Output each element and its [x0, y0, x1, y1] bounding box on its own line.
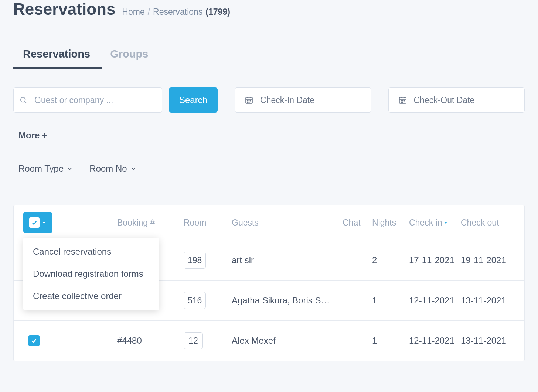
tab-groups[interactable]: Groups — [110, 48, 148, 69]
svg-point-8 — [250, 100, 251, 101]
svg-point-7 — [249, 100, 249, 101]
search-wrapper — [13, 87, 162, 113]
bulk-cancel-reservations[interactable]: Cancel reservations — [23, 241, 159, 263]
cell-check-in: 12-11-2021 — [409, 336, 461, 346]
cell-check-out: 19-11-2021 — [461, 255, 513, 265]
col-header-room[interactable]: Room — [184, 218, 232, 228]
room-type-label: Room Type — [18, 164, 64, 174]
svg-point-10 — [249, 102, 249, 103]
caret-down-icon — [42, 220, 46, 225]
page-title: Reservations — [13, 0, 115, 18]
cell-guests: Alex Mexef — [232, 336, 343, 346]
select-all-button[interactable] — [23, 212, 52, 233]
dropdown-row: Room Type Room No — [13, 164, 525, 174]
page-header: Reservations Home / Reservations (1799) — [13, 0, 525, 18]
svg-point-6 — [247, 100, 248, 101]
check-icon — [31, 337, 37, 344]
breadcrumb-count: (1799) — [205, 7, 230, 17]
breadcrumb-home[interactable]: Home — [122, 7, 144, 17]
filter-row: Search Check-In Date — [13, 87, 525, 113]
svg-point-17 — [404, 100, 405, 101]
cell-room[interactable]: 516 — [184, 292, 206, 309]
more-filters-toggle[interactable]: More + — [13, 130, 525, 141]
col-header-booking[interactable]: Booking # — [117, 218, 184, 228]
check-out-date-filter[interactable]: Check-Out Date — [388, 87, 525, 113]
breadcrumb-separator: / — [148, 7, 150, 17]
check-in-date-filter[interactable]: Check-In Date — [235, 87, 371, 113]
chevron-down-icon — [67, 165, 73, 172]
cell-room[interactable]: 198 — [184, 252, 206, 269]
room-type-dropdown[interactable]: Room Type — [18, 164, 73, 174]
tabs: Reservations Groups — [13, 48, 525, 69]
room-no-label: Room No — [89, 164, 127, 174]
col-header-chat[interactable]: Chat — [343, 218, 372, 228]
svg-point-15 — [401, 100, 402, 101]
cell-booking: #4480 — [117, 336, 184, 346]
table-header-row: Booking # Room Guests Chat Nights Check … — [14, 205, 524, 240]
bulk-actions-menu: Cancel reservations Download registratio… — [23, 238, 159, 310]
sort-desc-icon — [443, 220, 448, 225]
cell-room[interactable]: 12 — [184, 332, 203, 349]
col-header-check-out[interactable]: Check out — [461, 218, 513, 228]
svg-point-19 — [402, 102, 403, 103]
cell-check-in: 17-11-2021 — [409, 255, 461, 265]
cell-check-out: 13-11-2021 — [461, 295, 513, 306]
col-header-check-in[interactable]: Check in — [409, 218, 461, 228]
check-out-date-label: Check-Out Date — [414, 95, 475, 105]
check-in-header-label: Check in — [409, 218, 442, 228]
bulk-download-registration-forms[interactable]: Download registration forms — [23, 263, 159, 285]
reservations-table: Booking # Room Guests Chat Nights Check … — [13, 205, 525, 361]
cell-guests: Agatha Sikora, Boris S… — [232, 295, 343, 306]
svg-point-9 — [247, 102, 248, 103]
col-header-nights[interactable]: Nights — [372, 218, 409, 228]
tab-reservations[interactable]: Reservations — [23, 48, 90, 69]
chevron-down-icon — [130, 165, 137, 172]
col-header-guests[interactable]: Guests — [232, 218, 343, 228]
search-button[interactable]: Search — [169, 87, 218, 113]
svg-point-16 — [402, 100, 403, 101]
search-input[interactable] — [13, 87, 162, 113]
calendar-icon — [245, 96, 253, 104]
cell-check-in: 12-11-2021 — [409, 295, 461, 306]
room-no-dropdown[interactable]: Room No — [89, 164, 136, 174]
check-in-date-label: Check-In Date — [260, 95, 314, 105]
breadcrumb: Home / Reservations (1799) — [122, 7, 230, 17]
breadcrumb-current: Reservations — [153, 7, 202, 17]
row-checkbox[interactable] — [28, 335, 40, 346]
bulk-create-collective-order[interactable]: Create collective order — [23, 285, 159, 307]
cell-nights: 1 — [372, 336, 409, 346]
cell-nights: 1 — [372, 295, 409, 306]
svg-marker-21 — [444, 222, 447, 224]
svg-marker-20 — [42, 222, 45, 224]
check-icon — [29, 217, 40, 228]
svg-point-18 — [401, 102, 402, 103]
cell-guests: art sir — [232, 255, 343, 265]
cell-check-out: 13-11-2021 — [461, 336, 513, 346]
cell-nights: 2 — [372, 255, 409, 265]
table-row[interactable]: #4480 12 Alex Mexef 1 12-11-2021 13-11-2… — [14, 320, 524, 361]
calendar-icon — [398, 96, 407, 104]
